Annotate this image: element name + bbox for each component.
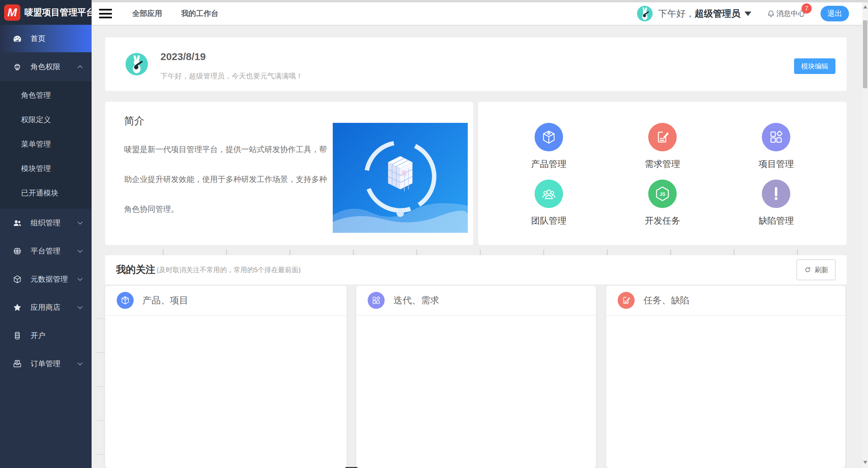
sidebar-item-home[interactable]: 首页: [0, 25, 92, 52]
module-dev-tasks[interactable]: JS 开发任务: [605, 175, 719, 231]
account-database-icon: [12, 331, 22, 341]
header-right: 下午好， 超级管理员 消息中心 7 退出: [637, 6, 849, 21]
refresh-button[interactable]: 刷新: [796, 259, 836, 280]
module-project-management[interactable]: 项目管理: [719, 118, 833, 175]
module-requirement-management[interactable]: 需求管理: [605, 118, 719, 175]
follow-card-title: 任务、缺陷: [643, 294, 689, 306]
user-avatar[interactable]: [637, 6, 653, 21]
sidebar-item-label: 平台管理: [31, 246, 60, 256]
sidebar-item-label: 组织管理: [31, 218, 60, 228]
sidebar-item-organization[interactable]: 组织管理: [0, 209, 92, 237]
user-greeting[interactable]: 下午好， 超级管理员: [658, 7, 751, 20]
module-label: 产品管理: [531, 158, 566, 170]
module-product-management[interactable]: 产品管理: [492, 118, 605, 175]
follow-card-header: 迭代、需求: [356, 286, 596, 316]
follow-card-products-projects[interactable]: 产品、项目: [105, 286, 347, 468]
sidebar-submenu-roles: 角色管理 权限定义 菜单管理 模块管理 已开通模块: [0, 81, 92, 209]
sidebar-item-label: 订单管理: [31, 359, 60, 369]
platform-illustration: [333, 123, 468, 233]
sidebar-item-metadata[interactable]: 元数据管理: [0, 265, 92, 293]
my-follow-note: (及时取消关注不常用的，常用的5个排在最前面): [157, 265, 301, 275]
sidebar-item-appstore[interactable]: 应用商店: [0, 293, 92, 321]
cube-3d-icon: [117, 292, 134, 309]
follow-card-body: [105, 316, 347, 467]
scroll-down-arrow-icon[interactable]: [863, 461, 867, 464]
module-edit-button[interactable]: 模块编辑: [794, 58, 835, 74]
app-root: M 唛盟项目管理平台 首页 角色权限 角色管理 权限定: [0, 0, 868, 468]
module-label: 开发任务: [645, 215, 680, 227]
scrollbar-thumb[interactable]: [863, 20, 867, 88]
chevron-down-icon: [77, 278, 83, 281]
sidebar-item-label: 角色权限: [31, 62, 60, 72]
sidebar-item-orders[interactable]: 订单管理: [0, 350, 92, 378]
welcome-avatar: [126, 53, 148, 75]
sidebar-subitem-permission-definition[interactable]: 权限定义: [0, 108, 92, 132]
top-edge-strip: [92, 0, 868, 2]
bell-icon: [767, 10, 775, 18]
scroll-up-arrow-icon[interactable]: [863, 5, 867, 8]
sidebar-item-label: 首页: [31, 34, 45, 44]
module-label: 需求管理: [645, 158, 680, 170]
cube-3d-icon: [535, 123, 563, 151]
vertical-scrollbar[interactable]: [862, 0, 868, 468]
logout-button[interactable]: 退出: [821, 6, 849, 21]
top-header: 全部应用 我的工作台 下午好， 超级管理员 消息中心 7 退出: [92, 0, 868, 25]
sidebar-menu: 首页 角色权限 角色管理 权限定义 菜单管理 模块管理 已开通模块: [0, 25, 92, 378]
my-follow-title: 我的关注: [116, 263, 155, 277]
nav-my-workbench[interactable]: 我的工作台: [181, 8, 218, 19]
message-center-label: 消息中心: [776, 9, 805, 18]
module-team-management[interactable]: 团队管理: [492, 175, 605, 231]
follow-card-tasks-defects[interactable]: 任务、缺陷: [606, 286, 845, 468]
follow-card-header: 产品、项目: [105, 286, 347, 316]
chevron-down-icon: [77, 249, 83, 253]
order-icon: [12, 359, 22, 369]
header-nav: 全部应用 我的工作台: [132, 8, 218, 19]
intro-title: 简介: [124, 114, 144, 128]
chevron-down-icon: [77, 306, 83, 309]
js-hexagon-icon: JS: [648, 180, 677, 208]
message-badge: 7: [802, 3, 812, 14]
sidebar-subitem-module-management[interactable]: 模块管理: [0, 156, 92, 181]
sidebar-subitem-opened-modules[interactable]: 已开通模块: [0, 181, 92, 205]
sidebar-item-platform[interactable]: 平台管理: [0, 237, 92, 265]
follow-card-iterations-requirements[interactable]: 迭代、需求: [356, 286, 596, 468]
logo-m-icon: M: [4, 4, 20, 21]
sidebar-item-label: 元数据管理: [31, 274, 68, 284]
my-follow-header: 我的关注 (及时取消关注不常用的，常用的5个排在最前面) 刷新: [105, 255, 847, 284]
follow-card-header: 任务、缺陷: [606, 286, 845, 316]
sidebar: M 唛盟项目管理平台 首页 角色权限 角色管理 权限定: [0, 0, 92, 468]
sidebar-item-open-account[interactable]: 开户: [0, 321, 92, 350]
module-label: 缺陷管理: [758, 215, 794, 227]
exclamation-icon: [762, 180, 790, 208]
welcome-card: 2023/8/19 下午好，超级管理员，今天也要元气满满哦！ 模块编辑: [105, 37, 847, 91]
follow-card-body: [356, 316, 596, 467]
grid-components-icon: [368, 292, 385, 309]
follow-card-body: [606, 316, 845, 467]
chevron-up-icon: [77, 65, 83, 69]
sidebar-subitem-role-management[interactable]: 角色管理: [0, 83, 92, 108]
modules-card: 产品管理 需求管理 项目管理 团队管理 JS 开发任务: [478, 102, 847, 245]
organization-icon: [12, 218, 22, 228]
app-logo[interactable]: M 唛盟项目管理平台: [0, 0, 92, 25]
follow-card-title: 迭代、需求: [393, 294, 439, 306]
welcome-date: 2023/8/19: [160, 51, 206, 62]
grid-components-icon: [762, 123, 790, 151]
nav-all-apps[interactable]: 全部应用: [132, 8, 162, 19]
svg-text:JS: JS: [659, 191, 665, 197]
intro-card: 简介 唛盟是新一代项目管理平台，提供一站式研发协作工具，帮助企业提升研发效能，使…: [105, 102, 473, 245]
app-title: 唛盟项目管理平台: [24, 6, 95, 18]
refresh-label: 刷新: [815, 265, 828, 275]
username: 超级管理员: [695, 7, 740, 20]
platform-globe-icon: [12, 246, 22, 256]
intro-body: 唛盟是新一代项目管理平台，提供一站式研发协作工具，帮助企业提升研发效能，使用于多…: [124, 134, 332, 224]
sidebar-item-roles[interactable]: 角色权限: [0, 52, 92, 81]
welcome-message: 下午好，超级管理员，今天也要元气满满哦！: [160, 71, 303, 81]
message-center[interactable]: 消息中心 7: [767, 9, 805, 18]
module-defect-management[interactable]: 缺陷管理: [719, 175, 833, 231]
sidebar-subitem-menu-management[interactable]: 菜单管理: [0, 132, 92, 156]
hamburger-menu-icon[interactable]: [99, 9, 112, 18]
sidebar-item-label: 应用商店: [31, 302, 60, 313]
follow-card-title: 产品、项目: [142, 294, 188, 306]
gutter-row-lines: [96, 318, 105, 468]
chevron-down-icon: [77, 362, 83, 366]
